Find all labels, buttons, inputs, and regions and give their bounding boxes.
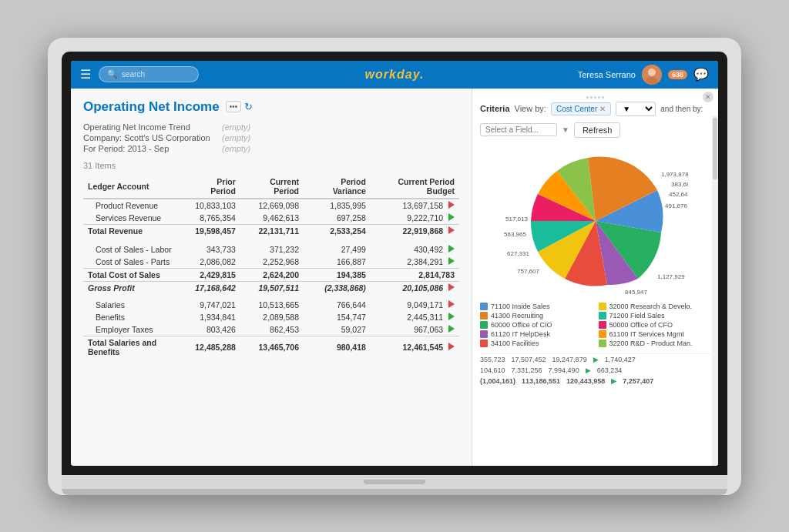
legend-color bbox=[480, 340, 488, 347]
screen-bezel: ☰ 🔍 search workday. Teresa Serrano bbox=[62, 52, 727, 475]
val3: 7,994,490 bbox=[549, 366, 579, 374]
flag-icon bbox=[448, 213, 455, 221]
account-name: Employer Taxes bbox=[83, 323, 186, 336]
pie-chart: 383,688 452,642 491,676 517,013 563,965 … bbox=[503, 144, 688, 298]
flag-icon bbox=[448, 313, 455, 320]
dot bbox=[594, 96, 596, 99]
label-627331: 627,331 bbox=[507, 250, 529, 257]
select-field-input[interactable] bbox=[480, 123, 557, 136]
bottom-row-1: 355,723 17,507,452 19,247,879 ▶ 1,740,42… bbox=[480, 354, 710, 365]
val1: (1,004,161) bbox=[480, 377, 515, 385]
avatar[interactable] bbox=[642, 65, 662, 85]
table-row: Cost of Sales - Labor 343,733 371,232 27… bbox=[83, 240, 459, 256]
pie-chart-container: 383,688 452,642 491,676 517,013 563,965 … bbox=[480, 144, 710, 298]
content-area: Operating Net Income ••• ↻ Operating Net… bbox=[71, 89, 718, 466]
legend-color bbox=[480, 303, 488, 310]
table-row: Product Revenue 10,833,103 12,669,098 1,… bbox=[83, 199, 459, 212]
legend-label: 50000 Office of CFO bbox=[609, 321, 673, 329]
account-name: Gross Profit bbox=[83, 281, 186, 296]
criteria-row: Criteria View by: Cost Center ✕ ▼ and th… bbox=[480, 102, 710, 116]
legend-item: 60000 Office of CIO bbox=[480, 321, 593, 329]
chat-icon[interactable]: 💬 bbox=[693, 67, 709, 82]
flag: ▶ bbox=[586, 366, 591, 374]
legend-item: 34100 Facilities bbox=[480, 340, 593, 347]
prior-period: 2,086,082 bbox=[186, 256, 240, 269]
financial-table: Ledger Account Prior Period Current Peri… bbox=[83, 175, 459, 358]
meta-row-0: Operating Net Income Trend (empty) bbox=[83, 122, 459, 132]
page-title-row: Operating Net Income ••• ↻ bbox=[83, 99, 459, 115]
current-period: 371,232 bbox=[240, 240, 304, 256]
gross-profit-row: Gross Profit 17,168,642 19,507,511 (2,33… bbox=[83, 281, 459, 296]
legend-item: 61100 IT Services Mgmt bbox=[599, 330, 711, 338]
legend-label: 34100 Facilities bbox=[491, 340, 539, 347]
criteria-dropdown[interactable]: ▼ bbox=[616, 102, 656, 116]
budget: 12,461,545 bbox=[371, 336, 459, 358]
account-name: Cost of Sales - Labor bbox=[83, 240, 186, 256]
refresh-icon[interactable]: ↻ bbox=[244, 101, 253, 112]
current-period: 2,252,968 bbox=[240, 256, 304, 269]
budget: 9,222,710 bbox=[371, 212, 459, 225]
meta-value-0: (empty) bbox=[222, 122, 250, 132]
variance: 697,258 bbox=[304, 212, 371, 225]
table-row: Services Revenue 8,765,354 9,462,613 697… bbox=[83, 212, 459, 225]
legend-color bbox=[599, 312, 606, 320]
search-placeholder-text: search bbox=[122, 70, 145, 79]
dropdown-arrow[interactable]: ▼ bbox=[562, 125, 569, 134]
val3: 120,443,958 bbox=[566, 377, 605, 385]
val2: 7,331,256 bbox=[512, 366, 542, 374]
scroll-thumb bbox=[713, 118, 717, 179]
table-row: Employer Taxes 803,426 862,453 59,027 96… bbox=[83, 323, 459, 336]
current-period: 12,669,098 bbox=[240, 199, 304, 212]
bottom-data-section: 355,723 17,507,452 19,247,879 ▶ 1,740,42… bbox=[480, 353, 710, 386]
meta-label-0: Operating Net Income Trend bbox=[83, 122, 222, 132]
cost-center-text: Cost Center bbox=[556, 105, 597, 113]
legend-label: 61120 IT HelpDesk bbox=[491, 330, 550, 338]
remove-tag-icon[interactable]: ✕ bbox=[599, 105, 606, 113]
menu-icon[interactable]: ☰ bbox=[80, 67, 91, 82]
laptop-notch bbox=[364, 480, 425, 484]
label-757607: 757,607 bbox=[517, 268, 539, 275]
flag: ▶ bbox=[593, 356, 599, 363]
legend-color bbox=[599, 330, 606, 338]
variance: 27,499 bbox=[304, 240, 371, 256]
current-period: 10,513,665 bbox=[240, 296, 304, 311]
chart-legend: 71100 Inside Sales 32000 Research & Deve… bbox=[480, 303, 710, 347]
label-845947: 845,947 bbox=[625, 289, 647, 296]
scroll-bar[interactable] bbox=[712, 116, 718, 466]
flag-icon bbox=[448, 343, 455, 350]
metadata-grid: Operating Net Income Trend (empty) Compa… bbox=[83, 122, 459, 153]
cost-center-tag[interactable]: Cost Center ✕ bbox=[551, 102, 611, 115]
label-1127929: 1,127,929 bbox=[657, 273, 685, 280]
prior-period: 12,485,288 bbox=[186, 336, 240, 358]
variance: 59,027 bbox=[304, 323, 371, 336]
budget: 430,492 bbox=[371, 240, 459, 256]
budget: 22,919,868 bbox=[371, 224, 459, 240]
ellipsis-button[interactable]: ••• bbox=[226, 101, 242, 112]
total-row-revenue: Total Revenue 19,598,457 22,131,711 2,53… bbox=[83, 224, 459, 240]
close-panel-button[interactable]: ✕ bbox=[703, 92, 713, 102]
notification-badge[interactable]: 638 bbox=[668, 70, 687, 79]
val1: 104,610 bbox=[480, 366, 505, 374]
val1: 355,723 bbox=[480, 356, 505, 363]
legend-color bbox=[599, 321, 606, 329]
prior-period: 8,765,354 bbox=[186, 212, 240, 225]
meta-label-2: For Period: 2013 - Sep bbox=[83, 144, 222, 153]
total-row-cost-of-sales: Total Cost of Sales 2,429,815 2,624,200 … bbox=[83, 268, 459, 281]
field-select-row: ▼ Refresh bbox=[480, 122, 710, 138]
account-name: Product Revenue bbox=[83, 199, 186, 212]
budget: 967,063 bbox=[371, 323, 459, 336]
val4: 7,257,407 bbox=[623, 377, 653, 385]
val2: 17,507,452 bbox=[512, 356, 546, 363]
refresh-button[interactable]: Refresh bbox=[574, 122, 621, 138]
page-title-actions: ••• ↻ bbox=[226, 101, 253, 112]
prior-period: 2,429,815 bbox=[186, 268, 240, 281]
col-header-current: Current Period bbox=[240, 175, 304, 199]
items-count: 31 Items bbox=[83, 161, 459, 170]
budget: 2,814,783 bbox=[371, 268, 459, 281]
current-period: 13,465,706 bbox=[240, 336, 304, 358]
col-header-prior: Prior Period bbox=[186, 175, 240, 199]
search-box[interactable]: 🔍 search bbox=[99, 66, 199, 82]
legend-color bbox=[480, 312, 488, 320]
label-563965: 563,965 bbox=[504, 231, 526, 238]
laptop-container: ☰ 🔍 search workday. Teresa Serrano bbox=[48, 38, 741, 495]
